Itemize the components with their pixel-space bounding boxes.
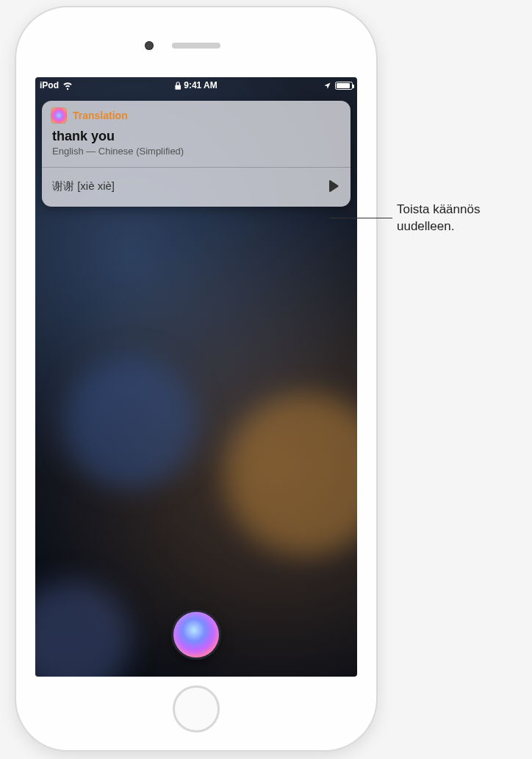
home-button[interactable] bbox=[173, 685, 220, 733]
play-icon bbox=[328, 180, 339, 192]
device-frame: iPod 9:41 AM bbox=[16, 7, 376, 750]
status-bar: iPod 9:41 AM bbox=[35, 77, 357, 93]
siri-app-icon bbox=[51, 107, 67, 124]
card-header: Translation bbox=[42, 101, 351, 129]
clock-label: 9:41 AM bbox=[184, 80, 218, 90]
language-pair: English — Chinese (Simplified) bbox=[52, 146, 340, 157]
lock-icon bbox=[175, 82, 181, 90]
speaker-grille bbox=[172, 43, 220, 49]
translation-result-row: 谢谢 [xiè xiè] bbox=[42, 168, 351, 207]
battery-icon bbox=[335, 82, 353, 90]
callout-leader-line bbox=[329, 218, 392, 218]
siri-orb-button[interactable] bbox=[173, 612, 219, 658]
background-blur bbox=[225, 393, 357, 555]
wifi-icon bbox=[62, 80, 73, 90]
callout-text: Toista käännös uudelleen. bbox=[397, 202, 525, 235]
screen: iPod 9:41 AM bbox=[35, 77, 357, 677]
card-body: thank you English — Chinese (Simplified) bbox=[42, 129, 351, 160]
background-blur bbox=[65, 357, 197, 489]
front-camera bbox=[145, 41, 154, 50]
carrier-label: iPod bbox=[40, 80, 59, 90]
source-phrase: thank you bbox=[52, 129, 340, 144]
translation-card[interactable]: Translation thank you English — Chinese … bbox=[42, 101, 351, 207]
translation-result: 谢谢 [xiè xiè] bbox=[52, 179, 115, 193]
background-blur bbox=[35, 581, 131, 677]
play-translation-button[interactable] bbox=[323, 175, 345, 197]
callout-line-1: Toista käännös bbox=[397, 202, 480, 216]
callout-line-2: uudelleen. bbox=[397, 219, 454, 233]
location-icon bbox=[323, 82, 331, 90]
card-title: Translation bbox=[73, 110, 128, 121]
